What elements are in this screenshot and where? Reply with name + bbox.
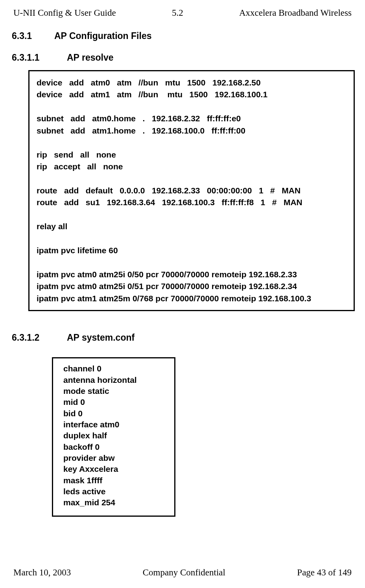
heading-title: AP Configuration Files [54, 31, 151, 41]
header-center: 5.2 [172, 8, 183, 18]
heading-title: AP resolve [67, 52, 113, 63]
ap-systemconf-code-block: channel 0 antenna horizontal mode static… [52, 357, 175, 516]
header-left: U-NII Config & User Guide [13, 8, 116, 18]
footer-page-number: Page 43 of 149 [297, 568, 352, 578]
footer-confidential: Company Confidential [143, 568, 225, 578]
ap-resolve-code-block: device add atm0 atm //bun mtu 1500 192.1… [28, 70, 355, 311]
heading-6-3-1-1: 6.3.1.1AP resolve [12, 52, 353, 63]
heading-6-3-1-2: 6.3.1.2AP system.conf [12, 332, 353, 343]
heading-number: 6.3.1 [12, 31, 54, 41]
heading-6-3-1: 6.3.1AP Configuration Files [12, 31, 353, 41]
heading-number: 6.3.1.2 [12, 332, 67, 343]
page-footer: March 10, 2003 Company Confidential Page… [12, 568, 353, 578]
page-header: U-NII Config & User Guide 5.2 Axxcelera … [12, 8, 353, 18]
heading-title: AP system.conf [67, 332, 135, 343]
footer-date: March 10, 2003 [13, 568, 71, 578]
header-right: Axxcelera Broadband Wireless [239, 8, 352, 18]
heading-number: 6.3.1.1 [12, 52, 67, 63]
